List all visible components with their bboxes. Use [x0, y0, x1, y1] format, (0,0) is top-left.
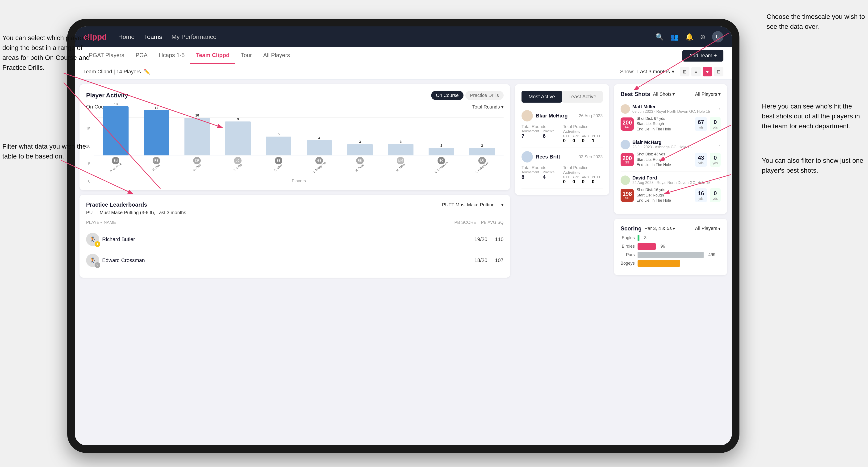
shot-avatar-3	[621, 176, 630, 185]
nav-performance[interactable]: My Performance	[172, 33, 217, 40]
tab-pga[interactable]: PGA	[130, 47, 153, 64]
pa-date-1: 26 Aug 2023	[579, 114, 602, 118]
lb-score-2: 18/20	[474, 257, 487, 263]
active-player-2: Rees Britt 02 Sep 2023 Total Rounds Tour…	[522, 148, 602, 188]
col-pb-avg: PB AVG SQ	[481, 220, 503, 225]
shot-score-badge-3: 198 SG	[621, 189, 634, 202]
lb-avg-2: 107	[495, 257, 503, 263]
shot-item-3: David Ford 24 Aug 2023 · Royal North Dev…	[621, 172, 720, 207]
chevron-down-icon: ▾	[672, 69, 674, 75]
chevron-down-icon-scoring-players: ▾	[718, 226, 720, 231]
scoring-players-filter[interactable]: All Players ▾	[695, 226, 720, 231]
shot-desc-3: Shot Dist: 16 yds Start Lie: Rough End L…	[637, 187, 692, 203]
nav-home[interactable]: Home	[118, 33, 134, 40]
shot-avatar-1	[621, 104, 630, 114]
active-player-1: Blair McHarg 26 Aug 2023 Total Rounds To…	[522, 106, 602, 148]
scoring-title: Scoring	[621, 225, 642, 232]
search-icon[interactable]: 🔍	[655, 33, 664, 41]
shot-location-1: 09 Jun 2023 · Royal North Devon GC, Hole…	[632, 110, 710, 114]
best-shots-title: Best Shots	[621, 91, 650, 97]
nav-bar: clippd Home Teams My Performance 🔍 👥 🔔 ⊕…	[75, 26, 732, 47]
leaderboard-title: Practice Leaderboards	[86, 201, 147, 208]
nav-icons: 🔍 👥 🔔 ⊕ U	[655, 31, 723, 42]
grid-view-btn[interactable]: ⊞	[680, 67, 689, 76]
x-rbutler: RB R. Butler	[340, 157, 380, 169]
scoring-label-birdies: Birdies	[621, 244, 635, 249]
bar-mmiller: 3	[381, 99, 420, 155]
x-ecrossman: EC E. Crossman	[422, 157, 461, 169]
tab-tour[interactable]: Tour	[235, 47, 257, 64]
scoring-bar-birdies	[638, 243, 656, 250]
chart-area: On Course Total Rounds ▾ 15 10	[86, 104, 503, 184]
tab-all-players[interactable]: All Players	[257, 47, 296, 64]
shot-location-2: 23 Jul 2023 · Ashridge GC, Hole 15	[632, 145, 691, 149]
shot-chevron-3[interactable]: ›	[719, 177, 720, 183]
scoring-row-eagles: Eagles 3	[621, 235, 720, 241]
bar-rbutler: 3	[340, 99, 380, 155]
pa-name-2: Rees Britt	[536, 154, 560, 160]
annotation-4: Here you can see who's hit the best shot…	[762, 101, 866, 131]
shot-chevron-2[interactable]: ›	[719, 142, 720, 148]
main-content: Player Activity On Course Practice Drill…	[75, 80, 732, 445]
pa-player-2: Rees Britt	[522, 151, 560, 162]
add-team-button[interactable]: Add Team +	[682, 50, 723, 62]
x-lrobertson: LR L. Robertson	[462, 157, 502, 169]
people-icon[interactable]: 👥	[670, 33, 679, 41]
avatar[interactable]: U	[712, 31, 723, 42]
shot-zero-badge-1: 0 yds	[710, 117, 720, 131]
most-active-tab[interactable]: Most Active	[522, 91, 562, 102]
scoring-row-pars: Pars 499	[621, 252, 720, 258]
pa-player-1: Blair McHarg	[522, 110, 568, 121]
shot-zero-badge-3: 0 yds	[710, 188, 720, 203]
bell-icon[interactable]: 🔔	[685, 33, 693, 41]
edit-icon[interactable]: ✏️	[144, 69, 150, 75]
scoring-num-birdies: 96	[660, 244, 665, 249]
time-filter-select[interactable]: Last 3 months ▾	[637, 69, 674, 75]
scoring-num-pars: 499	[708, 252, 715, 257]
lb-avatar-2: 🏌️ 2	[86, 254, 99, 267]
shot-score-badge-2: 200 SG	[621, 153, 634, 166]
annotation-1: You can select which player is doing the…	[2, 33, 92, 73]
best-shots-card: Best Shots All Shots ▾ All Players ▾	[614, 84, 727, 214]
tab-bar: PGAT Players PGA Hcaps 1-5 Team Clippd T…	[75, 47, 732, 64]
plus-circle-icon[interactable]: ⊕	[700, 33, 706, 41]
view-icons: ⊞ ≡ ♥ ⊟	[680, 67, 723, 76]
lb-score-1: 19/20	[474, 236, 487, 243]
shot-chevron-1[interactable]: ›	[719, 106, 720, 112]
bar-eebert: 5	[259, 99, 299, 155]
active-tabs: Most Active Least Active	[522, 91, 602, 102]
least-active-tab[interactable]: Least Active	[562, 91, 602, 102]
tab-hcaps[interactable]: Hcaps 1-5	[153, 47, 190, 64]
shot-location-3: 24 Aug 2023 · Royal North Devon GC, Hole…	[632, 181, 710, 185]
leaderboard-filter[interactable]: PUTT Must Make Putting ... ▾	[442, 202, 503, 208]
y-axis-5: 5	[88, 162, 90, 166]
pa-name-1: Blair McHarg	[536, 113, 568, 119]
filter-btn[interactable]: ⊟	[714, 67, 723, 76]
leaderboard-header: Practice Leaderboards PUTT Must Make Put…	[86, 201, 503, 208]
lb-rank-badge-2: 2	[95, 262, 100, 268]
bar-gbillingham: 4	[300, 99, 339, 155]
all-players-filter[interactable]: All Players ▾	[695, 91, 720, 97]
lb-row-1: 🏌️ 1 Richard Butler 19/20 110	[86, 229, 503, 250]
practice-leaderboards-card: Practice Leaderboards PUTT Must Make Put…	[80, 195, 510, 278]
all-shots-filter[interactable]: All Shots ▾	[653, 91, 675, 97]
bar-lrobertson: 2	[462, 99, 502, 155]
x-gbillingham: GB G. Billingham	[300, 157, 339, 169]
chevron-down-icon-scoring: ▾	[673, 226, 675, 231]
scoring-par-filter[interactable]: Par 3, 4 & 5s ▾	[644, 226, 675, 231]
lb-avg-1: 110	[495, 236, 503, 243]
tab-team-clippd[interactable]: Team Clippd	[190, 47, 235, 64]
col-player: PLAYER NAME	[86, 220, 454, 225]
scoring-num-eagles: 3	[644, 236, 647, 240]
annotation-5: You can also filter to show just one pla…	[762, 156, 866, 176]
scoring-label-eagles: Eagles	[621, 236, 635, 240]
x-axis-label: Players	[94, 179, 503, 184]
scoring-row-birdies: Birdies 96	[621, 243, 720, 250]
shot-dist-badge-1: 67 yds	[695, 117, 707, 131]
lb-name-1: Richard Butler	[102, 236, 471, 243]
list-view-btn[interactable]: ≡	[691, 67, 701, 76]
lb-columns: PLAYER NAME PB SCORE PB AVG SQ	[86, 218, 503, 227]
card-view-btn[interactable]: ♥	[703, 67, 712, 76]
nav-teams[interactable]: Teams	[144, 33, 162, 40]
bar-ecrossman: 2	[422, 99, 461, 155]
